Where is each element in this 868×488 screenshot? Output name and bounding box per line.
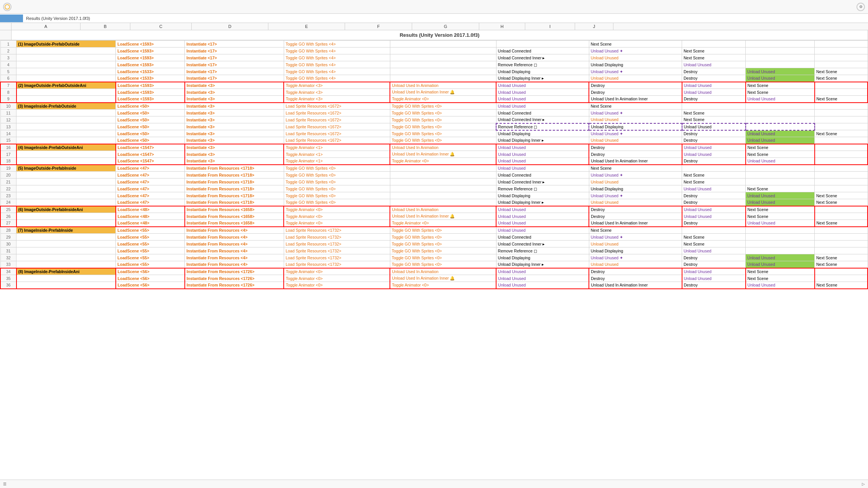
cell-35-h[interactable]: Unload Unused [682, 275, 746, 282]
cell-5-g[interactable]: Unload Unused ✦ [589, 68, 682, 75]
cell-17-e[interactable]: Unload Used In Animation Inner 🔔 [390, 151, 496, 158]
cell-28-b[interactable]: LoadScene <55> [116, 227, 185, 234]
cell-4-h[interactable]: Unload Unused [682, 61, 746, 68]
cell-34-h[interactable]: Unload Unused [682, 268, 746, 275]
cell-11-e[interactable]: Toggle GO With Sprites <0> [390, 110, 496, 116]
cell-24-f[interactable]: Unload Displaying Inner ▸ [496, 199, 589, 206]
cell-2-d[interactable]: Toggle GO With Sprites <4> [284, 47, 390, 54]
cell-25-g[interactable]: Destroy [589, 206, 682, 213]
cell-21-e[interactable] [390, 178, 496, 185]
cell-17-j[interactable] [815, 151, 868, 158]
cell-20-f[interactable]: Unload Connected [496, 172, 589, 178]
cell-30-d[interactable]: Load Sprite Resources <1732> [284, 241, 390, 247]
cell-2-j[interactable] [815, 47, 868, 54]
cell-18-h[interactable]: Destroy [682, 158, 746, 165]
cell-12-h[interactable]: Next Scene [682, 116, 746, 123]
cell-3-j[interactable] [815, 54, 868, 61]
cell-32-e[interactable]: Toggle GO With Sprites <0> [390, 254, 496, 261]
cell-19-h[interactable] [682, 165, 746, 172]
cell-12-i[interactable] [746, 116, 815, 123]
cell-4-c[interactable]: Instantiate <17> [185, 61, 284, 68]
cell-28-i[interactable] [746, 227, 815, 234]
cell-21-f[interactable]: Unload Connected Inner ▸ [496, 178, 589, 185]
cell-19-a[interactable]: (5) ImageOutside-PrefabInside [16, 165, 116, 172]
cell-23-h[interactable]: Destroy [682, 192, 746, 199]
cell-1-d[interactable]: Toggle GO With Sprites <4> [284, 41, 390, 47]
cell-1-i[interactable] [746, 41, 815, 47]
menu-button[interactable] [3, 3, 12, 11]
cell-24-g[interactable]: Unload Unused [589, 199, 682, 206]
cell-21-g[interactable]: Unload Unused [589, 178, 682, 185]
cell-8-g[interactable]: Destroy [589, 89, 682, 96]
cell-10-b[interactable]: LoadScene <50> [116, 103, 185, 110]
cell-5-j[interactable]: Next Scene [815, 68, 868, 75]
cell-5-a[interactable] [16, 68, 116, 75]
cell-25-f[interactable]: Unload Unused [496, 206, 589, 213]
cell-31-b[interactable]: LoadScene <55> [116, 247, 185, 254]
cell-17-h[interactable]: Unload Unused [682, 151, 746, 158]
cell-29-a[interactable] [16, 234, 116, 241]
cell-9-d[interactable]: Toggle Animator <3> [284, 96, 390, 103]
cell-20-i[interactable] [746, 172, 815, 178]
cell-12-e[interactable]: Toggle GO With Sprites <0> [390, 116, 496, 123]
cell-30-g[interactable]: Unload Unused [589, 241, 682, 247]
cell-30-i[interactable] [746, 241, 815, 247]
cell-18-b[interactable]: LoadScene <1547> [116, 158, 185, 165]
cell-20-a[interactable] [16, 172, 116, 178]
cell-10-c[interactable]: Instantiate <3> [185, 103, 284, 110]
cell-13-j[interactable] [815, 123, 868, 130]
cell-2-a[interactable] [16, 47, 116, 54]
cell-5-b[interactable]: LoadScene <1533> [116, 68, 185, 75]
cell-22-h[interactable]: Unload Unused [682, 185, 746, 192]
cell-3-b[interactable]: LoadScene <1593> [116, 54, 185, 61]
cell-25-b[interactable]: LoadScene <48> [116, 206, 185, 213]
cell-9-i[interactable]: Unload Unused [746, 96, 815, 103]
col-header-i[interactable]: I [525, 23, 575, 30]
cell-33-d[interactable]: Load Sprite Resources <1732> [284, 261, 390, 268]
cell-17-g[interactable]: Destroy [589, 151, 682, 158]
cell-17-i[interactable]: Next Scene [746, 151, 815, 158]
cell-8-j[interactable] [815, 89, 868, 96]
cell-15-e[interactable]: Toggle GO With Sprites <0> [390, 137, 496, 144]
cell-4-g[interactable]: Unload Displaying [589, 61, 682, 68]
cell-18-e[interactable]: Toggle Animator <0> [390, 158, 496, 165]
cell-15-i[interactable]: Unload Unused [746, 137, 815, 144]
cell-29-f[interactable]: Unload Connected [496, 234, 589, 241]
col-header-d[interactable]: D [192, 23, 268, 30]
cell-18-j[interactable] [815, 158, 868, 165]
cell-34-a[interactable]: (8) ImageInside-PrefabInsideAni [16, 268, 116, 275]
cell-27-c[interactable]: Instantiate From Resources <1658> [185, 220, 284, 227]
cell-4-j[interactable] [815, 61, 868, 68]
cell-12-c[interactable]: Instantiate <3> [185, 116, 284, 123]
settings-button[interactable]: ⚙ [856, 3, 865, 11]
cell-31-e[interactable]: Toggle GO With Sprites <0> [390, 247, 496, 254]
cell-15-j[interactable] [815, 137, 868, 144]
cell-13-i[interactable] [746, 123, 815, 130]
cell-11-d[interactable]: Load Sprite Resources <1672> [284, 110, 390, 116]
cell-11-h[interactable]: Next Scene [682, 110, 746, 116]
cell-18-a[interactable] [16, 158, 116, 165]
cell-3-a[interactable] [16, 54, 116, 61]
cell-27-j[interactable]: Next Scene [815, 220, 868, 227]
cell-9-c[interactable]: Instantiate <3> [185, 96, 284, 103]
cell-28-j[interactable] [815, 227, 868, 234]
cell-3-d[interactable]: Toggle GO With Sprites <4> [284, 54, 390, 61]
cell-14-h[interactable]: Destroy [682, 130, 746, 137]
cell-12-a[interactable] [16, 116, 116, 123]
cell-24-a[interactable] [16, 199, 116, 206]
cell-10-f[interactable]: Unload Unused [496, 103, 589, 110]
cell-23-f[interactable]: Unload Displaying [496, 192, 589, 199]
cell-23-j[interactable]: Next Scene [815, 192, 868, 199]
cell-12-j[interactable] [815, 116, 868, 123]
cell-28-e[interactable]: Toggle GO With Sprites <0> [390, 227, 496, 234]
cell-13-d[interactable]: Load Sprite Resources <1672> [284, 123, 390, 130]
cell-6-i[interactable]: Unload Unused [746, 75, 815, 82]
cell-33-b[interactable]: LoadScene <55> [116, 261, 185, 268]
cell-19-i[interactable] [746, 165, 815, 172]
cell-6-d[interactable]: Toggle GO With Sprites <4> [284, 75, 390, 82]
cell-36-d[interactable]: Toggle Animator <0> [284, 282, 390, 289]
col-header-h[interactable]: H [479, 23, 525, 30]
cell-33-j[interactable]: Next Scene [815, 261, 868, 268]
cell-1-g[interactable]: Next Scene [589, 41, 682, 47]
cell-35-i[interactable]: Next Scene [746, 275, 815, 282]
